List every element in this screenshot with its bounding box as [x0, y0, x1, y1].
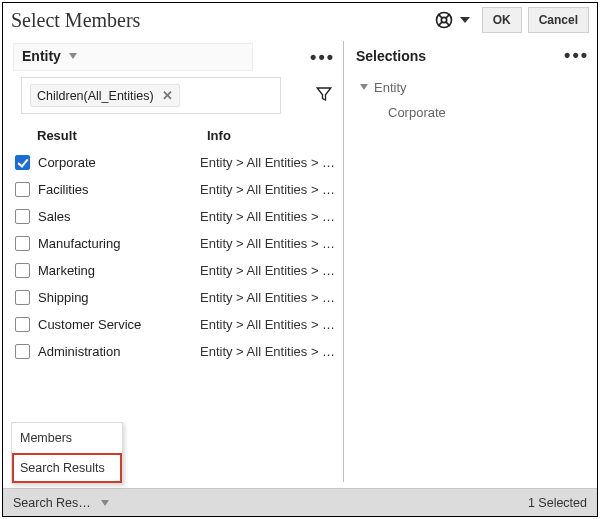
- row-checkbox[interactable]: [15, 263, 30, 278]
- row-checkbox[interactable]: [15, 317, 30, 332]
- title-actions: OK Cancel: [434, 7, 589, 33]
- selection-status: 1 Selected: [528, 496, 587, 510]
- row-name: Administration: [38, 344, 200, 359]
- footer-bar: Search Res… 1 Selected: [3, 488, 597, 516]
- row-checkbox[interactable]: [15, 182, 30, 197]
- table-row[interactable]: AdministrationEntity > All Entities > …: [15, 338, 343, 365]
- row-info: Entity > All Entities > …: [200, 209, 340, 224]
- remove-token-icon[interactable]: ✕: [162, 88, 173, 103]
- tree-root[interactable]: Entity: [360, 76, 589, 99]
- row-name: Shipping: [38, 290, 200, 305]
- row-info: Entity > All Entities > …: [200, 263, 340, 278]
- popup-members[interactable]: Members: [12, 423, 122, 453]
- row-name: Corporate: [38, 155, 200, 170]
- right-panel: Selections ••• Entity Corporate: [344, 39, 597, 516]
- row-checkbox[interactable]: [15, 344, 30, 359]
- footer-view-switch[interactable]: Search Res…: [13, 496, 91, 510]
- filter-button[interactable]: [315, 85, 333, 106]
- row-name: Customer Service: [38, 317, 200, 332]
- ok-button[interactable]: OK: [482, 7, 522, 33]
- view-switch-popup: Members Search Results: [11, 422, 123, 484]
- row-checkbox[interactable]: [15, 155, 30, 170]
- right-more-menu[interactable]: •••: [564, 45, 589, 66]
- row-info: Entity > All Entities > …: [200, 290, 340, 305]
- row-info: Entity > All Entities > …: [200, 236, 340, 251]
- help-menu[interactable]: [434, 10, 470, 30]
- row-name: Manufacturing: [38, 236, 200, 251]
- dialog-title: Select Members: [11, 9, 140, 32]
- table-row[interactable]: MarketingEntity > All Entities > …: [15, 257, 343, 284]
- svg-point-1: [441, 17, 446, 22]
- table-row[interactable]: FacilitiesEntity > All Entities > …: [15, 176, 343, 203]
- svg-line-5: [446, 22, 450, 26]
- row-checkbox[interactable]: [15, 209, 30, 224]
- dimension-label: Entity: [22, 48, 61, 64]
- table-row[interactable]: ManufacturingEntity > All Entities > …: [15, 230, 343, 257]
- row-name: Marketing: [38, 263, 200, 278]
- lifebuoy-icon: [434, 10, 454, 30]
- tree-child[interactable]: Corporate: [360, 99, 589, 120]
- col-info: Info: [207, 128, 231, 143]
- row-checkbox[interactable]: [15, 236, 30, 251]
- row-name: Facilities: [38, 182, 200, 197]
- dimension-selector[interactable]: Entity: [13, 43, 253, 71]
- svg-line-4: [438, 22, 442, 26]
- chevron-down-icon: [101, 500, 109, 506]
- filter-input[interactable]: Children(All_Entities) ✕: [21, 77, 281, 114]
- selection-tree: Entity Corporate: [356, 66, 589, 120]
- table-row[interactable]: ShippingEntity > All Entities > …: [15, 284, 343, 311]
- cancel-button[interactable]: Cancel: [528, 7, 589, 33]
- grid-header: Result Info: [3, 122, 343, 149]
- select-members-dialog: Select Members OK Cancel Entity: [2, 2, 598, 517]
- filter-token-label: Children(All_Entities): [37, 89, 154, 103]
- row-checkbox[interactable]: [15, 290, 30, 305]
- chevron-down-icon: [460, 17, 470, 23]
- row-info: Entity > All Entities > …: [200, 317, 340, 332]
- selections-title: Selections: [356, 48, 426, 64]
- chevron-down-icon: [69, 53, 77, 59]
- row-info: Entity > All Entities > …: [200, 344, 340, 359]
- left-more-menu[interactable]: •••: [310, 47, 335, 68]
- collapse-icon: [360, 84, 368, 90]
- tree-root-label: Entity: [374, 80, 407, 95]
- svg-line-2: [438, 14, 442, 18]
- filter-token: Children(All_Entities) ✕: [30, 84, 180, 107]
- popup-search-results[interactable]: Search Results: [12, 453, 122, 483]
- titlebar: Select Members OK Cancel: [3, 3, 597, 39]
- table-row[interactable]: SalesEntity > All Entities > …: [15, 203, 343, 230]
- grid-body: CorporateEntity > All Entities > …Facili…: [3, 149, 343, 365]
- svg-line-3: [446, 14, 450, 18]
- table-row[interactable]: CorporateEntity > All Entities > …: [15, 149, 343, 176]
- row-info: Entity > All Entities > …: [200, 182, 340, 197]
- funnel-icon: [315, 85, 333, 103]
- row-info: Entity > All Entities > …: [200, 155, 340, 170]
- table-row[interactable]: Customer ServiceEntity > All Entities > …: [15, 311, 343, 338]
- dialog-body: Entity ••• Children(All_Entities) ✕: [3, 39, 597, 516]
- col-result: Result: [37, 128, 207, 143]
- left-panel: Entity ••• Children(All_Entities) ✕: [3, 39, 343, 516]
- row-name: Sales: [38, 209, 200, 224]
